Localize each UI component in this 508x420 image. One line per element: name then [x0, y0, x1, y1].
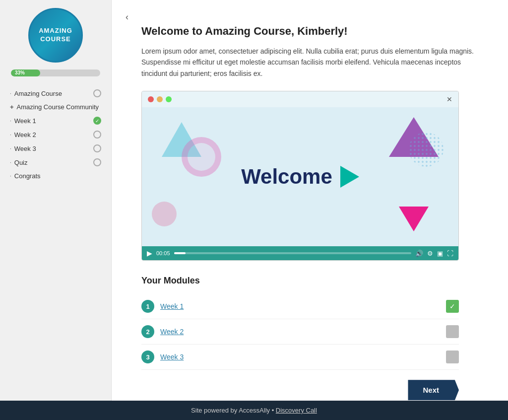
- video-close-icon[interactable]: ✕: [446, 95, 452, 103]
- logo-circle: AMAZINGCOURSE: [28, 8, 83, 63]
- next-button[interactable]: Next: [408, 380, 459, 400]
- sidebar-item-label: Week 1: [14, 117, 36, 125]
- module-number-2: 2: [141, 325, 154, 338]
- module-check-completed: ✓: [446, 300, 459, 313]
- video-progress-fill: [174, 252, 186, 254]
- dot-yellow: [157, 96, 163, 102]
- intro-text: Lorem ipsum odor amet, consectetuer adip…: [141, 46, 478, 79]
- main-content: ‹ Welcome to Amazing Course, Kimberly! L…: [112, 0, 508, 401]
- sidebar-item-congrats[interactable]: · Congrats: [5, 169, 106, 183]
- back-button[interactable]: ‹: [122, 10, 132, 24]
- sidebar-item-week-1[interactable]: · Week 1 ✓: [5, 114, 106, 128]
- sidebar-status-circle: [93, 131, 101, 139]
- sidebar-status-circle: [93, 144, 101, 152]
- shape-circle-pink-bottom: [152, 202, 177, 226]
- sidebar-bullet: ·: [10, 118, 11, 124]
- checkmark-icon: ✓: [449, 302, 455, 310]
- play-triangle-icon: [340, 166, 359, 188]
- fullscreen-icon[interactable]: ⛶: [447, 250, 453, 257]
- next-button-container: Next: [141, 380, 459, 400]
- module-check-empty-3: [446, 350, 459, 363]
- sidebar-item-label: Quiz: [14, 159, 28, 166]
- module-list: 1 Week 1 ✓ 2 Week 2: [141, 294, 459, 370]
- sidebar-item-week-3[interactable]: · Week 3: [5, 141, 106, 155]
- sidebar-bullet: ·: [10, 173, 11, 179]
- modules-title: Your Modules: [141, 276, 478, 286]
- video-titlebar: ✕: [142, 91, 458, 107]
- page-title: Welcome to Amazing Course, Kimberly!: [141, 25, 478, 38]
- footer-text: Site powered by AccessAlly •: [191, 407, 276, 414]
- module-link-week-1[interactable]: Week 1: [160, 302, 184, 310]
- settings-icon[interactable]: ⚙: [427, 250, 433, 257]
- module-number-1: 1: [141, 300, 154, 313]
- dot-green: [166, 96, 172, 102]
- sidebar-item-label: Week 3: [14, 145, 36, 152]
- module-item-week-2[interactable]: 2 Week 2: [141, 319, 459, 345]
- video-player: ✕ Welcome ▶ 00:05: [141, 91, 459, 261]
- discovery-call-link[interactable]: Discovery Call: [276, 407, 317, 414]
- logo-text: AMAZINGCOURSE: [39, 27, 72, 44]
- sidebar-bullet: ·: [10, 91, 11, 96]
- shape-triangle-pink-bottom: [399, 207, 429, 231]
- sidebar-item-quiz[interactable]: · Quiz: [5, 155, 106, 169]
- module-link-week-2[interactable]: Week 2: [160, 328, 184, 336]
- video-control-icons: 🔊 ⚙ ▣ ⛶: [415, 250, 453, 257]
- sidebar-status-circle: [93, 158, 101, 166]
- sidebar-item-label: Congrats: [14, 172, 41, 180]
- progress-label: 33%: [15, 70, 25, 76]
- sidebar-item-amazing-course-community[interactable]: + Amazing Course Community: [5, 100, 106, 114]
- sidebar-item-amazing-course[interactable]: · Amazing Course: [5, 86, 106, 100]
- module-number-3: 3: [141, 350, 154, 363]
- sidebar-nav: · Amazing Course + Amazing Course Commun…: [0, 86, 111, 183]
- sidebar-item-week-2[interactable]: · Week 2: [5, 128, 106, 141]
- video-progress-bar[interactable]: [174, 252, 411, 254]
- video-controls: ▶ 00:05 🔊 ⚙ ▣ ⛶: [142, 246, 458, 260]
- dot-red: [148, 96, 154, 102]
- sidebar: AMAZINGCOURSE 33% · Amazing Course + Ama…: [0, 0, 112, 401]
- module-item-week-1[interactable]: 1 Week 1 ✓: [141, 294, 459, 319]
- sidebar-plus-icon: +: [10, 103, 14, 111]
- module-item-week-3[interactable]: 3 Week 3: [141, 345, 459, 370]
- welcome-text: Welcome: [241, 165, 359, 189]
- footer: Site powered by AccessAlly • Discovery C…: [0, 401, 508, 420]
- shape-circle-pink: [182, 137, 221, 177]
- video-play-button[interactable]: ▶: [147, 249, 152, 257]
- sidebar-status-circle-completed: ✓: [93, 117, 101, 125]
- shape-circle-blue-dots: [409, 132, 444, 167]
- sidebar-item-label: Week 2: [14, 131, 36, 139]
- video-timestamp: 00:05: [156, 250, 170, 256]
- progress-bar: 33%: [11, 70, 100, 76]
- sidebar-bullet: ·: [10, 160, 11, 165]
- volume-icon[interactable]: 🔊: [415, 250, 423, 257]
- module-link-week-3[interactable]: Week 3: [160, 353, 184, 361]
- sidebar-item-label: Amazing Course: [14, 90, 62, 97]
- video-dots: [148, 96, 172, 102]
- sidebar-status-circle: [93, 89, 101, 97]
- video-screen[interactable]: Welcome: [142, 107, 458, 246]
- sidebar-bullet: ·: [10, 146, 11, 151]
- sidebar-item-label: Amazing Course Community: [17, 103, 99, 111]
- captions-icon[interactable]: ▣: [437, 250, 443, 257]
- sidebar-bullet: ·: [10, 132, 11, 138]
- module-check-empty: [446, 325, 459, 338]
